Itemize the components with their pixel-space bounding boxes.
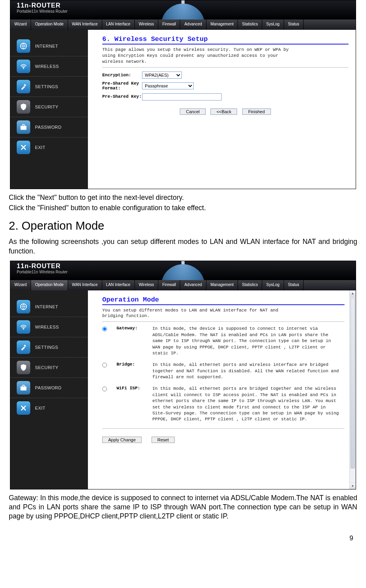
logo-line1: 11n-ROUTER bbox=[17, 263, 68, 270]
sidebar-item-label: EXIT bbox=[35, 406, 45, 410]
mode-bridge-desc: In this mode, all ethernet ports and wir… bbox=[152, 362, 341, 380]
page-description: This page allows you setup the wireless … bbox=[102, 47, 289, 65]
sidebar-item-exit[interactable]: EXIT bbox=[10, 137, 88, 157]
mode-gateway-label: Gateway: bbox=[117, 326, 148, 331]
main-panel: Operation Mode You can setup different m… bbox=[88, 290, 356, 489]
sidebar-item-label: WIRELESS bbox=[35, 64, 59, 69]
mode-wifi-isp-radio[interactable] bbox=[102, 387, 107, 391]
tab-wan-interface[interactable]: WAN Interface bbox=[68, 280, 102, 290]
svg-point-4 bbox=[23, 329, 24, 330]
doc-paragraph: As the following screenshots ,you can se… bbox=[9, 237, 357, 255]
tab-status[interactable]: Status bbox=[284, 19, 304, 30]
tab-firewall[interactable]: Firewall bbox=[158, 280, 180, 290]
psk-label: Pre-Shared Key: bbox=[102, 94, 142, 99]
mode-options: Gateway: In this mode, the device is sup… bbox=[102, 326, 341, 422]
sidebar-item-wireless[interactable]: WIRELESS bbox=[10, 56, 88, 77]
globe-icon bbox=[17, 300, 30, 313]
tab-statistics[interactable]: Statistics bbox=[238, 280, 262, 290]
sidebar-item-label: PASSWORD bbox=[35, 125, 62, 130]
doc-heading: 2. Operation Mode bbox=[9, 218, 357, 233]
psk-input[interactable] bbox=[142, 93, 222, 101]
tab-firewall[interactable]: Firewall bbox=[158, 19, 180, 30]
scroll-up-icon[interactable]: ▲ bbox=[350, 290, 356, 297]
scrollbar[interactable]: ▲ ▼ bbox=[349, 290, 356, 489]
sidebar-item-label: SETTINGS bbox=[35, 345, 58, 350]
page-title: Operation Mode bbox=[102, 296, 345, 305]
logo-line2: Portable11n Wireless Router bbox=[17, 9, 68, 14]
cancel-button[interactable]: Cancel bbox=[180, 108, 205, 115]
sidebar-item-label: INTERNET bbox=[35, 304, 58, 309]
tab-lan-interface[interactable]: LAN Interface bbox=[102, 19, 135, 30]
antenna-graphic bbox=[159, 0, 207, 19]
tab-operation-mode[interactable]: Operation Mode bbox=[31, 19, 68, 30]
mode-gateway-desc: In this mode, the device is supposed to … bbox=[152, 326, 341, 356]
main-panel: 6. Wireless Security Setup This page all… bbox=[88, 30, 356, 189]
tab-lan-interface[interactable]: LAN Interface bbox=[102, 280, 135, 290]
briefcase-icon bbox=[17, 381, 30, 395]
screenshot-operation-mode: 11n-ROUTER Portable11n Wireless Router W… bbox=[10, 261, 356, 489]
mode-wifi-isp-label: WiFi ISP: bbox=[117, 386, 148, 391]
tab-wizard[interactable]: Wizard bbox=[10, 19, 31, 30]
mode-gateway-radio[interactable] bbox=[102, 327, 107, 331]
tab-wizard[interactable]: Wizard bbox=[10, 280, 31, 290]
mode-wifi-isp-desc: In this mode, all ethernet ports are bri… bbox=[152, 386, 341, 422]
divider bbox=[102, 67, 348, 68]
tab-operation-mode[interactable]: Operation Mode bbox=[31, 280, 68, 290]
scroll-down-icon[interactable]: ▼ bbox=[350, 483, 356, 489]
back-button[interactable]: <<Back bbox=[210, 108, 237, 115]
tab-statistics[interactable]: Statistics bbox=[238, 19, 262, 30]
doc-paragraph: Click the "Next" button to get into the … bbox=[9, 193, 357, 202]
sidebar-item-password[interactable]: PASSWORD bbox=[10, 378, 88, 398]
close-icon bbox=[17, 141, 30, 154]
sidebar-item-internet[interactable]: INTERNET bbox=[10, 297, 88, 317]
briefcase-icon bbox=[17, 120, 30, 134]
globe-icon bbox=[17, 39, 30, 53]
tab-advanced[interactable]: Advanced bbox=[180, 280, 206, 290]
sidebar-item-label: SETTINGS bbox=[35, 84, 58, 89]
sidebar-item-label: WIRELESS bbox=[35, 325, 59, 329]
tab-wireless[interactable]: Wireless bbox=[135, 19, 158, 30]
divider bbox=[102, 428, 345, 429]
divider bbox=[102, 321, 345, 322]
sidebar-item-exit[interactable]: EXIT bbox=[10, 398, 88, 418]
psk-format-select[interactable]: Passphrase bbox=[142, 82, 194, 89]
page-description: You can setup different modes to LAN and… bbox=[102, 308, 289, 319]
tab-wireless[interactable]: Wireless bbox=[135, 280, 158, 290]
tab-syslog[interactable]: SysLog bbox=[262, 280, 284, 290]
sidebar-item-password[interactable]: PASSWORD bbox=[10, 117, 88, 137]
tools-icon bbox=[17, 80, 30, 93]
sidebar: INTERNET WIRELESS SETTINGS SECURITY PASS… bbox=[10, 290, 88, 489]
tab-syslog[interactable]: SysLog bbox=[262, 19, 284, 30]
scroll-thumb[interactable] bbox=[350, 298, 355, 468]
tab-management[interactable]: Management bbox=[206, 280, 238, 290]
encryption-select[interactable]: WPA2(AES) bbox=[142, 72, 182, 79]
tab-management[interactable]: Management bbox=[206, 19, 238, 30]
sidebar-item-label: PASSWORD bbox=[35, 385, 62, 390]
finished-button[interactable]: Finished bbox=[242, 108, 271, 115]
tab-wan-interface[interactable]: WAN Interface bbox=[68, 19, 102, 30]
sidebar-item-settings[interactable]: SETTINGS bbox=[10, 337, 88, 358]
wifi-icon bbox=[17, 320, 30, 334]
reset-button[interactable]: Reset bbox=[152, 437, 175, 443]
router-banner: 11n-ROUTER Portable11n Wireless Router bbox=[10, 0, 356, 19]
sidebar-item-label: SECURITY bbox=[35, 365, 58, 370]
sidebar-item-security[interactable]: SECURITY bbox=[10, 358, 88, 378]
antenna-graphic bbox=[159, 261, 207, 280]
sidebar-item-security[interactable]: SECURITY bbox=[10, 97, 88, 117]
svg-rect-2 bbox=[21, 126, 27, 130]
page-number: 9 bbox=[9, 534, 357, 542]
close-icon bbox=[17, 401, 30, 415]
shield-icon bbox=[17, 361, 30, 374]
sidebar-item-wireless[interactable]: WIRELESS bbox=[10, 317, 88, 337]
sidebar-item-settings[interactable]: SETTINGS bbox=[10, 77, 88, 97]
wifi-icon bbox=[17, 60, 30, 73]
apply-change-button[interactable]: Apply Change bbox=[102, 437, 142, 443]
tab-status[interactable]: Status bbox=[284, 280, 304, 290]
tools-icon bbox=[17, 340, 30, 354]
encryption-label: Encryption: bbox=[102, 73, 142, 77]
tab-advanced[interactable]: Advanced bbox=[180, 19, 206, 30]
logo: 11n-ROUTER Portable11n Wireless Router bbox=[17, 263, 68, 274]
mode-bridge-radio[interactable] bbox=[102, 363, 107, 368]
top-nav: Wizard Operation Mode WAN Interface LAN … bbox=[10, 19, 356, 30]
sidebar-item-internet[interactable]: INTERNET bbox=[10, 36, 88, 56]
